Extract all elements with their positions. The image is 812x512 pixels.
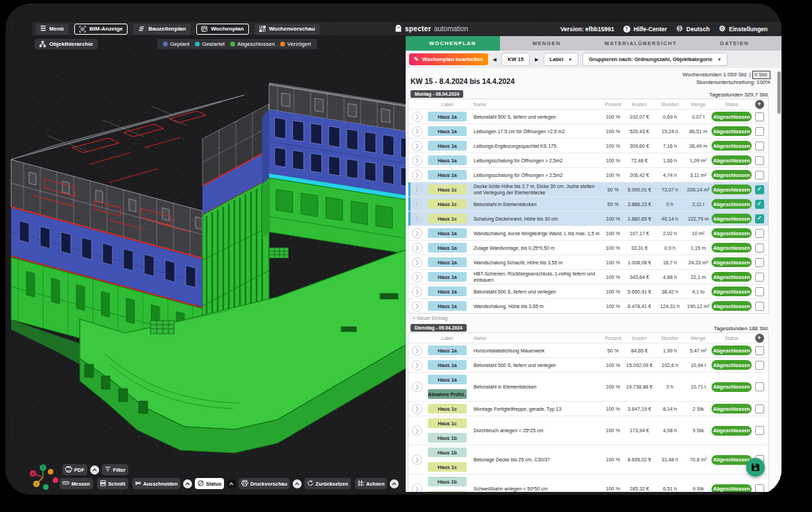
week-selector[interactable]: KW 15 [501, 53, 530, 66]
task-row[interactable]: ❯Haus 1aHorizontalabdichtung Mauerwerk50… [408, 343, 768, 357]
task-row[interactable]: ❯Haus 1aWandschalung, kurze feingliedrig… [408, 225, 768, 240]
tool-druckvorschau-button[interactable]: Druckvorschau [239, 478, 290, 489]
task-row[interactable]: ❯Haus 1aLeibungs-Ergänzungsspachtel KS 1… [408, 138, 768, 153]
tool-achsen-button[interactable]: Achsen [355, 478, 387, 489]
tab-dateien[interactable]: DATEIEN [688, 36, 782, 51]
row-checkbox[interactable] [755, 156, 764, 165]
status-badge[interactable]: Abgeschlossen [711, 484, 752, 493]
nav-wochenvorschau-button[interactable]: Wochenvorschau [254, 24, 320, 35]
status-badge[interactable]: Abgeschlossen [711, 382, 752, 392]
expand-row-icon[interactable]: ❯ [412, 155, 422, 166]
tool-schnitt-button[interactable]: Schnitt [97, 478, 128, 489]
row-checkbox[interactable] [755, 361, 764, 370]
expand-row-icon[interactable]: ❯ [412, 345, 422, 356]
row-checkbox[interactable] [755, 273, 764, 282]
status-badge[interactable]: Abgeschlossen [711, 272, 752, 282]
tab-wochenplan[interactable]: WOCHENPLAN [406, 36, 500, 51]
status-badge[interactable]: Abgeschlossen [711, 214, 752, 223]
help-center-button[interactable]: ?Hilfe-Center [623, 25, 667, 33]
add-task-button[interactable]: + [755, 334, 764, 343]
object-hierarchy-button[interactable]: Objekthierarchie [35, 39, 98, 49]
tool-filter-button[interactable]: Filter [102, 464, 128, 475]
nav-bim-anzeige-button[interactable]: BIM-Anzeige [74, 24, 128, 35]
add-task-button[interactable]: + [755, 100, 764, 109]
status-badge[interactable]: Abgeschlossen [711, 287, 752, 296]
nav-wochenplan-button[interactable]: Wochenplan [196, 24, 248, 35]
nav-bauzeitenplan-button[interactable]: Bauzeitenplan [133, 24, 191, 35]
status-badge[interactable]: Abgeschlossen [711, 243, 752, 253]
status-badge[interactable]: Abgeschlossen [711, 199, 752, 209]
row-checkbox[interactable] [755, 244, 764, 253]
expand-row-icon[interactable]: ❯ [412, 272, 422, 282]
save-fab-button[interactable] [746, 458, 765, 477]
task-row[interactable]: ❯Haus 1aLeibungsschalung für Öffnungen >… [408, 153, 768, 167]
row-checkbox[interactable] [755, 426, 764, 435]
status-badge[interactable]: Abgeschlossen [711, 404, 752, 413]
row-checkbox[interactable] [755, 142, 764, 151]
expand-row-icon[interactable]: ❯ [412, 287, 422, 297]
settings-button[interactable]: ⚙Einstellungen [718, 25, 768, 33]
expand-row-icon[interactable]: ❯ [412, 126, 422, 137]
tool-caret-up-icon[interactable] [293, 479, 302, 488]
row-checkbox[interactable] [755, 404, 764, 413]
task-row[interactable]: ❯Haus 1aBetonstahl 500 S, liefern und ve… [408, 357, 768, 372]
task-row[interactable]: ❯Haus 1aLeibungsschalung für Öffnungen >… [408, 167, 768, 182]
task-row[interactable]: ❯Haus 1aZulage Wandvorlage, bis 0,25*0,5… [408, 240, 768, 255]
task-row[interactable]: ❯Haus 1cHaus 1bDurchbruch anlegen < 25*2… [408, 416, 768, 445]
tool-messen-button[interactable]: Messen [60, 478, 93, 489]
expand-row-icon[interactable]: ❯ [412, 141, 422, 151]
scrollbar-thumb[interactable] [777, 71, 781, 114]
tool-ausschneiden-button[interactable]: ✂Ausschneiden [132, 478, 180, 489]
expand-row-icon[interactable]: ❯ [412, 382, 422, 392]
expand-row-icon[interactable]: ❯ [412, 199, 422, 210]
expand-row-icon[interactable]: ❯ [412, 185, 422, 195]
task-row[interactable]: ❯Haus 1cBetonstahl in Elementdecken50 %3… [408, 196, 768, 211]
status-badge[interactable]: Abgeschlossen [711, 141, 752, 151]
tool-pdf-button[interactable]: PDF [62, 464, 87, 475]
status-badge[interactable]: Abgeschlossen [711, 426, 752, 436]
row-checkbox[interactable] [755, 171, 764, 180]
status-badge[interactable]: Abgeschlossen [711, 455, 752, 465]
expand-row-icon[interactable]: ❯ [412, 257, 422, 268]
prev-week-arrow[interactable]: ◀ [492, 57, 497, 62]
expand-row-icon[interactable]: ❯ [412, 170, 422, 180]
status-badge[interactable]: Abgeschlossen [711, 126, 752, 136]
language-button[interactable]: Deutsch [676, 25, 710, 33]
expand-row-icon[interactable]: ❯ [412, 484, 422, 492]
task-row[interactable]: ❯Haus 1aWandschalung, Höhe bis 3,55 m100… [408, 298, 768, 313]
status-badge[interactable]: Abgeschlossen [711, 301, 752, 311]
status-badge[interactable]: Abgeschlossen [711, 170, 752, 180]
tool-status-button[interactable]: Status [195, 478, 224, 489]
expand-row-icon[interactable]: ❯ [412, 243, 422, 253]
status-badge[interactable]: Abgeschlossen [711, 228, 752, 238]
row-checkbox[interactable] [755, 382, 764, 391]
status-badge[interactable]: Abgeschlossen [711, 257, 752, 267]
row-checkbox[interactable]: ✓ [755, 214, 764, 223]
tab-materialbersicht[interactable]: MATERIALÜBERSICHT [594, 36, 688, 51]
tool-zurcksetzen-button[interactable]: Zurücksetzen [304, 478, 351, 489]
row-checkbox[interactable] [755, 258, 764, 267]
axis-gizmo[interactable]: Z X Y [25, 459, 61, 495]
menu-button[interactable]: ☰Menü [35, 24, 69, 35]
task-row[interactable]: ❯Haus 1aBetonstahl 500 S, liefern und ve… [408, 109, 768, 123]
row-checkbox[interactable] [755, 484, 764, 492]
expand-row-icon[interactable]: ❯ [412, 228, 422, 239]
expand-row-icon[interactable]: ❯ [412, 454, 422, 465]
row-checkbox[interactable] [755, 302, 764, 311]
tool-caret-up-icon[interactable] [390, 479, 399, 488]
group-by-dropdown[interactable]: Gruppieren nach: Ordnungszahl, Objektkat… [582, 53, 727, 66]
task-row[interactable]: ❯Haus 1bHaus 1cBetonage Decke bis 25 cm,… [408, 445, 768, 474]
tab-mengen[interactable]: MENGEN [500, 36, 594, 51]
expand-row-icon[interactable]: ❯ [412, 425, 422, 436]
status-badge[interactable]: Abgeschlossen [711, 155, 752, 165]
task-row[interactable]: ❯Haus 1cDecke lichte Höhe bis 2,7 m, Dic… [408, 182, 768, 196]
task-row[interactable]: ❯Haus 1aAbnahme Prüfst..Betonstahl in El… [408, 372, 768, 401]
expand-row-icon[interactable]: ❯ [412, 301, 422, 312]
task-row[interactable]: ❯Haus 1aLeibungen 17,5 cm für Öffnungen … [408, 123, 768, 138]
new-entry-button[interactable]: + Neuer Eintrag [413, 315, 769, 321]
status-badge[interactable]: Abgeschlossen [711, 360, 752, 370]
row-checkbox[interactable] [755, 112, 764, 121]
row-checkbox[interactable] [755, 346, 764, 355]
tool-caret-up-icon[interactable] [90, 466, 99, 475]
task-row[interactable]: ❯Haus 1bHaus 1cSchweißbahn anlegen < 50*… [408, 474, 768, 492]
